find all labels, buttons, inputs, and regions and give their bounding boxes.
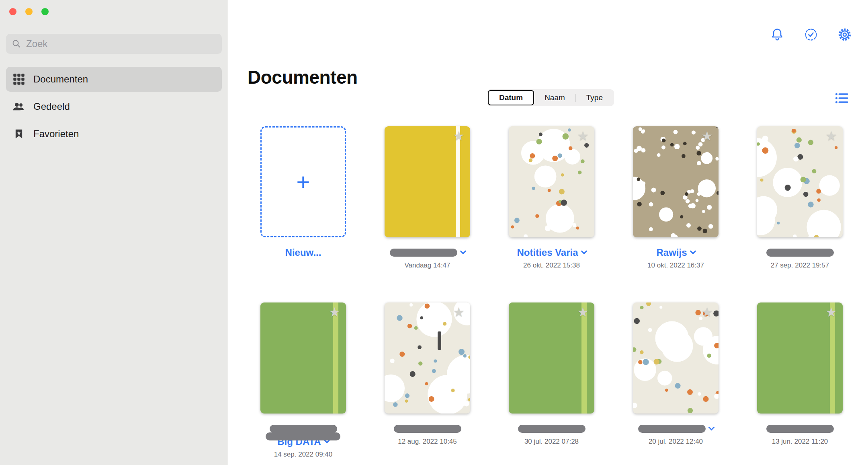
document-title-row[interactable]: Rawijs [656,247,695,258]
sort-tab-type[interactable]: Type [576,90,613,105]
new-document-label-row[interactable]: Nieuw... [285,247,321,258]
notebook-cover[interactable]: ★ [509,126,594,237]
list-view-toggle-button[interactable] [833,90,850,106]
new-document-label: Nieuw... [285,247,321,258]
chevron-down-icon [581,248,587,254]
redaction-blob [270,425,337,433]
favorite-star-icon: ★ [577,306,589,319]
sidebar-item-documenten[interactable]: Documenten [6,67,222,92]
notebook-cover[interactable]: ★ [509,302,594,414]
document-card[interactable]: ★ 30 jul. 2022 07:28 [509,302,594,459]
favorite-star-icon: ★ [453,130,465,142]
document-card[interactable]: ★ 27 sep. 2022 19:57 [757,126,843,270]
chevron-down-icon [460,248,466,254]
sidebar-item-favorieten[interactable]: Favorieten [6,121,222,146]
list-view-icon [833,90,850,106]
sort-tab-naam[interactable]: Naam [534,90,575,105]
notebook-cover[interactable]: ★ [757,302,843,414]
sort-tab-datum[interactable]: Datum [488,90,534,105]
minimize-button[interactable] [25,8,33,15]
people-icon [12,100,25,113]
redaction-blob [394,425,461,433]
document-date: 27 sep. 2022 19:57 [771,261,829,270]
sort-controls: Datum Naam Type [228,89,868,108]
select-documents-button[interactable] [804,27,818,42]
notifications-button[interactable] [770,27,784,42]
sidebar-item-gedeeld[interactable]: Gedeeld [6,94,222,119]
document-title-row[interactable] [394,423,461,434]
document-date: 10 okt. 2022 16:37 [647,261,704,270]
gear-icon [837,27,852,42]
new-document-dropzone[interactable]: + [260,126,346,237]
document-date: 14 sep. 2022 09:40 [274,451,333,459]
notebook-cover[interactable]: ★ [633,302,719,414]
chevron-down-icon [708,424,714,430]
document-title-row[interactable]: Notities Varia [517,247,586,258]
redaction-blob [266,432,340,440]
documents-row-2: ★ Big DATA14 sep. 2022 09:40 ★ 12 aug. 2… [260,302,843,459]
redaction-blob [518,425,585,433]
notebook-cover[interactable]: ★ [260,302,346,414]
favorite-star-icon: ★ [701,306,713,319]
document-title-row[interactable] [518,423,585,434]
document-date: 30 jul. 2022 07:28 [524,438,579,446]
document-date: 13 jun. 2022 11:20 [772,438,828,446]
favorite-star-icon: ★ [577,130,589,142]
document-date: Vandaag 14:47 [404,261,450,270]
search-box[interactable] [6,34,222,54]
zoom-button[interactable] [41,8,49,15]
chevron-down-icon [690,248,696,254]
settings-button[interactable] [837,27,852,42]
document-card[interactable]: ★ Big DATA14 sep. 2022 09:40 [260,302,346,459]
document-date: 20 jul. 2022 12:40 [649,438,703,446]
bell-icon [770,27,784,42]
document-card[interactable]: ★ 20 jul. 2022 12:40 [633,302,719,459]
document-date: 12 aug. 2022 10:45 [398,438,457,446]
document-title-text: Notities Varia [517,247,578,258]
redaction-blob [390,249,457,257]
redaction-blob [766,249,834,257]
close-button[interactable] [9,8,16,15]
favorite-star-icon: ★ [329,306,340,319]
grid-icon [12,73,25,86]
document-card[interactable]: ★ 12 aug. 2022 10:45 [385,302,470,459]
document-title-row[interactable] [766,247,834,258]
notebook-cover[interactable]: ★ [385,126,470,237]
redaction-blob [766,425,834,433]
checkmark-circle-icon [804,27,818,42]
notebook-cover[interactable]: ★ [385,302,470,414]
main-content: Documenten Datum Naam Type + Nieuw... ★ [228,0,868,465]
favorite-star-icon: ★ [701,130,713,142]
favorite-star-icon: ★ [825,306,837,319]
document-title-row[interactable] [766,423,834,434]
document-card[interactable]: ★ Rawijs 10 okt. 2022 16:37 [633,126,719,270]
sidebar-nav: Documenten Gedeeld Favorieten [6,67,222,146]
sidebar-item-label: Gedeeld [33,101,70,112]
document-title-row[interactable] [390,247,465,258]
favorite-star-icon: ★ [825,130,837,142]
plus-icon: + [297,170,310,193]
sidebar: Documenten Gedeeld Favorieten [0,0,228,465]
document-title-text: Rawijs [656,247,687,258]
document-date: 26 okt. 2022 15:38 [523,261,580,270]
document-card[interactable]: ★ Notities Varia 26 okt. 2022 15:38 [509,126,594,270]
sort-segmented-control: Datum Naam Type [487,89,614,106]
documents-row-1: + Nieuw... ★ Vandaag 14:47 ★ Notities Va… [260,126,843,270]
document-title-row-partial[interactable]: Big DATA [277,436,329,447]
notebook-cover[interactable]: ★ [757,126,843,237]
bookmark-icon [12,128,25,140]
document-card[interactable]: ★ Vandaag 14:47 [385,126,470,270]
new-document-card[interactable]: + Nieuw... [260,126,346,270]
pen-mark [438,331,441,350]
notebook-cover[interactable]: ★ [633,126,719,237]
window-controls [6,0,222,15]
header-divider [248,83,850,83]
page-title: Documenten [248,66,358,88]
document-card[interactable]: ★ 13 jun. 2022 11:20 [757,302,843,459]
toolbar [770,27,852,42]
favorite-star-icon: ★ [453,306,465,319]
redaction-blob [638,425,706,433]
search-input[interactable] [25,38,216,50]
search-icon [12,39,21,49]
document-title-row[interactable] [638,423,714,434]
